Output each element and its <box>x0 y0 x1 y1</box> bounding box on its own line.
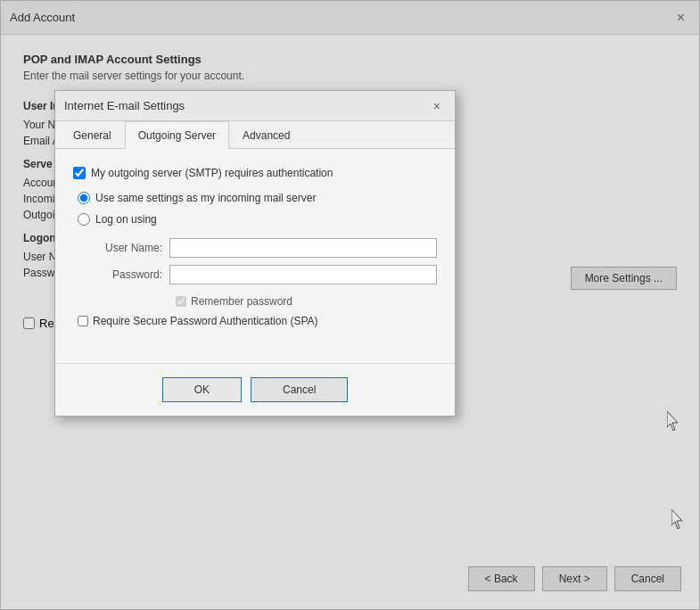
username-field-row: User Name: <box>95 238 437 258</box>
tab-outgoing-server[interactable]: Outgoing Server <box>125 121 229 149</box>
main-window: Add Account × POP and IMAP Account Setti… <box>0 0 700 610</box>
tab-general[interactable]: General <box>60 121 125 149</box>
modal-body: My outgoing server (SMTP) requires authe… <box>55 149 455 345</box>
modal-title: Internet E-mail Settings <box>64 99 185 112</box>
radio-logon-using-row: Log on using <box>78 213 437 226</box>
modal-overlay: Internet E-mail Settings × General Outgo… <box>1 1 699 609</box>
radio-same-settings[interactable] <box>78 192 90 204</box>
smtp-checkbox-row: My outgoing server (SMTP) requires authe… <box>73 167 437 179</box>
password-field-label: Password: <box>95 268 162 281</box>
modal-titlebar: Internet E-mail Settings × <box>55 91 455 121</box>
modal-cancel-button[interactable]: Cancel <box>251 377 348 402</box>
radio-logon-using[interactable] <box>78 213 90 226</box>
modal-tabs: General Outgoing Server Advanced <box>55 121 455 149</box>
internet-email-settings-dialog: Internet E-mail Settings × General Outgo… <box>54 90 456 416</box>
password-field-row: Password: <box>95 265 437 284</box>
spa-checkbox[interactable] <box>78 316 88 326</box>
username-input[interactable] <box>169 238 437 258</box>
tab-advanced[interactable]: Advanced <box>229 121 303 149</box>
radio-same-settings-row: Use same settings as my incoming mail se… <box>78 192 437 204</box>
remember-password-checkbox[interactable] <box>176 296 186 307</box>
spa-row: Require Secure Password Authentication (… <box>73 315 437 327</box>
remember-password-label: Remember password <box>191 295 292 308</box>
logon-fields: User Name: Password: Remember password <box>73 238 437 308</box>
spa-label: Require Secure Password Authentication (… <box>93 315 318 327</box>
modal-ok-button[interactable]: OK <box>162 377 242 402</box>
remember-password-row: Remember password <box>95 295 437 308</box>
smtp-checkbox[interactable] <box>73 167 86 179</box>
modal-close-button[interactable]: × <box>428 97 446 115</box>
modal-footer: OK Cancel <box>55 363 455 416</box>
password-input[interactable] <box>169 265 437 284</box>
radio-logon-using-label: Log on using <box>95 213 157 226</box>
username-field-label: User Name: <box>95 242 162 254</box>
smtp-checkbox-label: My outgoing server (SMTP) requires authe… <box>91 167 333 179</box>
radio-same-settings-label: Use same settings as my incoming mail se… <box>95 192 316 204</box>
radio-group: Use same settings as my incoming mail se… <box>73 192 437 226</box>
